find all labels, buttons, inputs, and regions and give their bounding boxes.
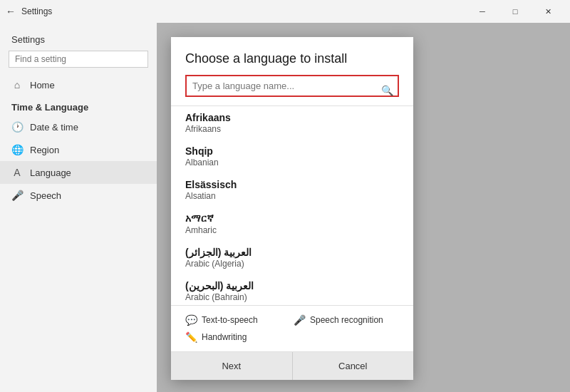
handwriting-icon: ✏️ bbox=[185, 331, 197, 343]
sidebar-item-home[interactable]: ⌂ Home bbox=[0, 73, 157, 96]
language-name: Shqip bbox=[185, 145, 399, 157]
sidebar-label-home: Home bbox=[30, 80, 55, 91]
dialog-buttons: Next Cancel bbox=[171, 351, 413, 380]
title-bar-title: Settings bbox=[21, 6, 52, 16]
sidebar-title: Settings bbox=[0, 29, 157, 48]
sidebar-item-date-time[interactable]: 🕐 Date & time bbox=[0, 115, 157, 138]
language-name: አማርኛ bbox=[185, 212, 399, 225]
sidebar-label-speech: Speech bbox=[30, 190, 61, 201]
feature-handwriting-label: Handwriting bbox=[202, 332, 247, 342]
feature-speech-recognition: 🎤 Speech recognition bbox=[294, 314, 399, 326]
sidebar-section-time-language: Time & Language bbox=[0, 96, 157, 115]
speech-recognition-icon: 🎤 bbox=[294, 314, 306, 326]
text-to-speech-icon: 💬 bbox=[185, 314, 197, 326]
title-bar: ← Settings ─ □ ✕ bbox=[0, 0, 570, 23]
language-sub: Arabic (Algeria) bbox=[185, 259, 399, 269]
feature-text-to-speech: 💬 Text-to-speech bbox=[185, 314, 291, 326]
language-name: Elsässisch bbox=[185, 179, 399, 190]
list-item[interactable]: አማርኛ Amharic bbox=[171, 207, 413, 241]
date-time-icon: 🕐 bbox=[11, 121, 23, 133]
list-item[interactable]: العربية (البحرين) Arabic (Bahrain) bbox=[171, 274, 413, 305]
language-sub: Alsatian bbox=[185, 191, 399, 201]
sidebar-item-language[interactable]: A Language bbox=[0, 161, 157, 184]
dialog-search-row: 🔍 bbox=[171, 75, 413, 105]
speech-icon: 🎤 bbox=[11, 190, 23, 201]
language-list[interactable]: Afrikaans Afrikaans Shqip Albanian Elsäs… bbox=[171, 105, 413, 305]
language-sub: Albanian bbox=[185, 158, 399, 167]
sidebar-label-date-time: Date & time bbox=[30, 122, 78, 133]
feature-speech-recognition-label: Speech recognition bbox=[310, 315, 383, 325]
sidebar-label-language: Language bbox=[30, 167, 71, 178]
cancel-button[interactable]: Cancel bbox=[292, 352, 414, 380]
language-install-dialog: Choose a language to install 🔍 Afrikaans… bbox=[171, 37, 413, 380]
region-icon: 🌐 bbox=[11, 144, 23, 155]
language-sub: Amharic bbox=[185, 225, 399, 235]
features-row: 💬 Text-to-speech 🎤 Speech recognition ✏️… bbox=[171, 305, 413, 351]
language-sub: Arabic (Bahrain) bbox=[185, 292, 399, 302]
sidebar-item-speech[interactable]: 🎤 Speech bbox=[0, 184, 157, 207]
language-name: العربية (البحرين) bbox=[185, 280, 399, 292]
language-sub: Afrikaans bbox=[185, 124, 399, 134]
sidebar-item-region[interactable]: 🌐 Region bbox=[0, 138, 157, 161]
back-icon[interactable]: ← bbox=[6, 6, 16, 17]
dialog-title: Choose a language to install bbox=[171, 37, 413, 75]
language-name: Afrikaans bbox=[185, 112, 399, 123]
list-item[interactable]: Shqip Albanian bbox=[171, 140, 413, 173]
main-layout: Settings ⌂ Home Time & Language 🕐 Date &… bbox=[0, 23, 570, 392]
sidebar-label-region: Region bbox=[30, 145, 59, 155]
maximize-button[interactable]: □ bbox=[499, 0, 532, 23]
find-setting-input[interactable] bbox=[9, 51, 148, 68]
feature-handwriting: ✏️ Handwriting bbox=[185, 331, 291, 343]
language-name: العربية (الجزائر) bbox=[185, 247, 399, 258]
language-search-input[interactable] bbox=[185, 75, 399, 97]
content-area: Choose a language to install 🔍 Afrikaans… bbox=[157, 23, 570, 392]
minimize-button[interactable]: ─ bbox=[466, 0, 499, 23]
list-item[interactable]: Afrikaans Afrikaans bbox=[171, 106, 413, 140]
list-item[interactable]: العربية (الجزائر) Arabic (Algeria) bbox=[171, 241, 413, 274]
next-button[interactable]: Next bbox=[171, 352, 292, 380]
modal-overlay: Choose a language to install 🔍 Afrikaans… bbox=[157, 23, 570, 392]
title-bar-left: ← Settings bbox=[6, 6, 466, 17]
search-icon: 🔍 bbox=[381, 85, 393, 96]
title-bar-controls: ─ □ ✕ bbox=[466, 0, 564, 23]
close-button[interactable]: ✕ bbox=[532, 0, 564, 23]
sidebar: Settings ⌂ Home Time & Language 🕐 Date &… bbox=[0, 23, 157, 392]
home-icon: ⌂ bbox=[11, 79, 23, 91]
feature-text-to-speech-label: Text-to-speech bbox=[202, 315, 258, 325]
list-item[interactable]: Elsässisch Alsatian bbox=[171, 173, 413, 207]
language-icon: A bbox=[11, 167, 23, 178]
